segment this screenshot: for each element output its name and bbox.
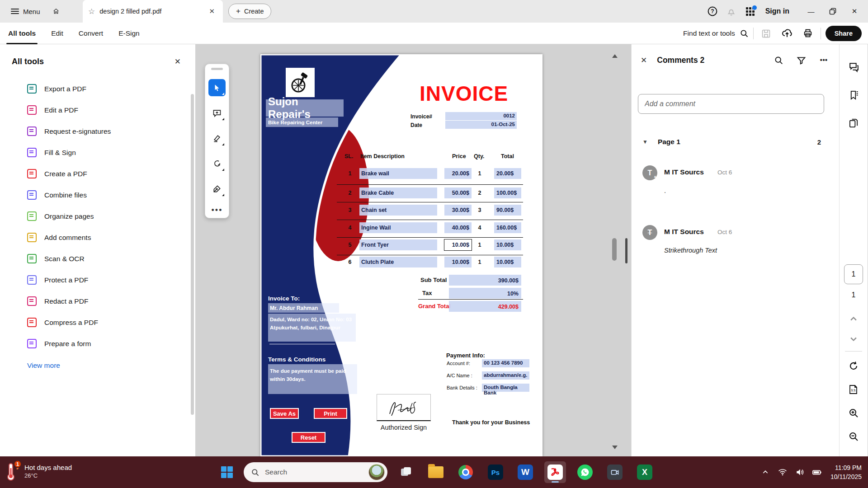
row-total-field[interactable]: 10.00$ xyxy=(494,257,521,267)
all-tools-close-icon[interactable]: ✕ xyxy=(172,56,184,67)
page-thumbnails-button[interactable] xyxy=(844,114,863,132)
star-icon[interactable]: ☆ xyxy=(88,7,95,16)
tax-field[interactable]: 10% xyxy=(449,288,521,299)
row-price-field[interactable]: 20.00$ xyxy=(444,168,472,179)
row-desc-field[interactable]: Ingine Wail xyxy=(359,222,437,233)
bank-details-field[interactable]: Douth Bangla Bank xyxy=(482,384,529,392)
row-price-field[interactable]: 30.00$ xyxy=(444,205,472,216)
tab-edit[interactable]: Edit xyxy=(51,23,63,44)
page-number-input[interactable]: 1 xyxy=(844,264,863,284)
chrome-button[interactable] xyxy=(455,461,476,483)
create-button[interactable]: + Create xyxy=(228,4,271,19)
print-pdf-button[interactable]: Print xyxy=(314,408,347,419)
upload-cloud-button[interactable] xyxy=(779,25,795,42)
tab-convert[interactable]: Convert xyxy=(79,23,103,44)
toolbar-drag-handle[interactable] xyxy=(211,68,223,70)
panel-resize-handle[interactable] xyxy=(625,238,627,263)
previous-page-button[interactable] xyxy=(844,310,863,328)
add-comment-input[interactable] xyxy=(638,94,824,114)
sidebar-item-combine-files[interactable]: Combine files xyxy=(0,184,195,206)
excel-button[interactable]: X xyxy=(634,461,656,483)
row-qty-field[interactable]: 1 xyxy=(473,168,486,177)
eraser-tool[interactable] xyxy=(208,155,226,172)
highlight-tool[interactable] xyxy=(208,130,226,147)
sidebar-item-add-comments[interactable]: Add comments xyxy=(0,227,195,248)
word-button[interactable]: W xyxy=(514,461,536,483)
row-total-field[interactable]: 90.00$ xyxy=(494,205,521,216)
chevron-down-icon[interactable]: ▼ xyxy=(642,139,648,145)
row-price-field-focused[interactable]: 10.00$ xyxy=(444,239,472,250)
document-tab[interactable]: ☆ design 2 filled pdf.pdf ✕ xyxy=(83,0,223,23)
row-desc-field[interactable]: Brake Cable xyxy=(359,188,437,198)
tab-all-tools[interactable]: All tools xyxy=(8,23,36,44)
row-price-field[interactable]: 50.00$ xyxy=(444,188,472,198)
account-number-field[interactable]: 00 123 456 7890 xyxy=(482,359,529,367)
comment-item[interactable]: T M IT Sourcs Oct 6 Strikethrough Text xyxy=(632,225,839,275)
more-tools-button[interactable]: ••• xyxy=(212,206,223,215)
sidebar-item-edit-pdf[interactable]: Edit a PDF xyxy=(0,99,195,121)
row-desc-field[interactable]: Chain set xyxy=(359,205,437,216)
comments-filter-button[interactable] xyxy=(793,52,809,68)
invoice-to-name-field[interactable]: Mr. Abdur Rahman xyxy=(268,303,339,313)
taskbar-clock[interactable]: 11:09 PM 10/11/2025 xyxy=(830,463,862,482)
rotate-page-button[interactable] xyxy=(844,357,863,375)
scroll-up-icon[interactable] xyxy=(612,54,618,58)
save-button[interactable] xyxy=(758,25,774,42)
invoice-date-field[interactable]: 01-Oct-25 xyxy=(445,121,517,129)
company-name-field[interactable]: Sujon Repair's xyxy=(266,99,344,117)
row-qty-field[interactable]: 4 xyxy=(473,222,486,231)
photoshop-button[interactable]: Ps xyxy=(485,461,506,483)
document-scrollbar[interactable] xyxy=(611,44,618,456)
volume-icon[interactable] xyxy=(793,463,807,481)
minimize-button[interactable]: — xyxy=(801,0,821,23)
invoice-to-address-field[interactable]: Dadul, Ward no: 02, Union No: 03 Atpukur… xyxy=(268,314,356,342)
tab-esign[interactable]: E-Sign xyxy=(118,23,140,44)
row-total-field[interactable]: 10.00$ xyxy=(494,239,521,250)
next-page-button[interactable] xyxy=(844,330,863,348)
row-desc-field[interactable]: Brake wail xyxy=(359,168,437,179)
print-button[interactable] xyxy=(800,25,816,42)
terms-field[interactable]: The due payment must be paid within 30da… xyxy=(268,364,357,394)
row-price-field[interactable]: 10.00$ xyxy=(444,257,472,267)
restore-button[interactable] xyxy=(823,0,843,23)
sidebar-item-compress-pdf[interactable]: Compress a PDF xyxy=(0,312,195,333)
sidebar-item-fill-sign[interactable]: Fill & Sign xyxy=(0,142,195,163)
sign-tool[interactable] xyxy=(208,180,226,197)
sidebar-item-prepare-form[interactable]: Prepare a form xyxy=(0,333,195,354)
task-view-button[interactable] xyxy=(395,461,417,483)
sidebar-item-redact-pdf[interactable]: Redact a PDF xyxy=(0,291,195,312)
row-total-field[interactable]: 100.00$ xyxy=(494,188,521,198)
apps-button[interactable] xyxy=(742,3,759,20)
row-price-field[interactable]: 40.00$ xyxy=(444,222,472,233)
bookmarks-panel-button[interactable] xyxy=(844,86,863,104)
scrollbar-thumb[interactable] xyxy=(612,238,617,261)
zoom-out-button[interactable] xyxy=(844,427,863,446)
wifi-icon[interactable] xyxy=(775,463,790,481)
sidebar-item-organize-pages[interactable]: Organize pages xyxy=(0,206,195,227)
comment-item[interactable]: T▴ M IT Sourcs Oct 6 . xyxy=(632,165,839,215)
scroll-down-icon[interactable] xyxy=(612,446,618,449)
fit-actual-size-button[interactable]: 1:1 xyxy=(844,380,863,399)
comments-close-icon[interactable]: ✕ xyxy=(641,56,647,65)
subtotal-field[interactable]: 390.00$ xyxy=(449,275,521,286)
zoom-in-button[interactable] xyxy=(844,404,863,422)
account-name-field[interactable]: abdurrahman/e.g. xyxy=(482,371,529,380)
sidebar-item-protect-pdf[interactable]: Protect a PDF xyxy=(0,269,195,291)
company-tagline-field[interactable]: Bike Repairing Center xyxy=(266,117,338,127)
comments-search-button[interactable] xyxy=(770,52,787,68)
row-desc-field[interactable]: Clutch Plate xyxy=(359,257,437,267)
row-desc-field[interactable]: Front Tyer xyxy=(359,239,437,250)
row-total-field[interactable]: 160.00$ xyxy=(494,222,521,233)
tab-close-icon[interactable]: ✕ xyxy=(206,6,217,16)
save-as-pdf-button[interactable]: Save As xyxy=(270,408,299,419)
home-button[interactable] xyxy=(47,3,65,20)
row-qty-field[interactable]: 1 xyxy=(473,239,486,248)
view-more-link[interactable]: View more xyxy=(0,354,195,374)
start-button[interactable] xyxy=(216,461,238,483)
row-total-field[interactable]: 20.00$ xyxy=(494,168,521,179)
notifications-button[interactable] xyxy=(723,3,740,20)
page-group-header[interactable]: ▼ Page 1 2 xyxy=(632,133,839,151)
sidebar-item-export-pdf[interactable]: Export a PDF xyxy=(0,78,195,99)
share-button[interactable]: Share xyxy=(826,26,862,41)
find-text-or-tools[interactable]: Find text or tools xyxy=(683,29,749,38)
